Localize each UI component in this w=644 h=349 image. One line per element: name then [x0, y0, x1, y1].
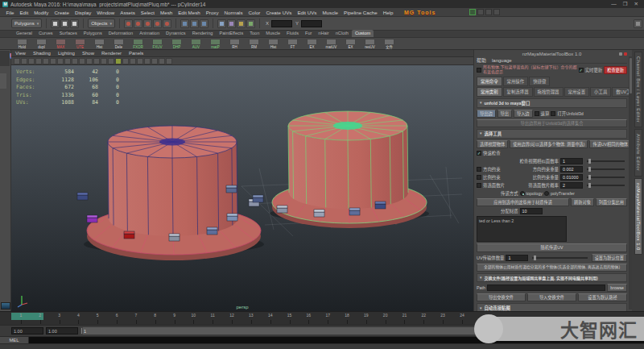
shelf-button[interactable]: AUV	[187, 38, 205, 49]
language-menu[interactable]: language	[492, 57, 512, 63]
grid-snap-icon[interactable]	[485, 9, 492, 15]
shelf-button[interactable]: DHP	[167, 38, 186, 49]
y-coord-input[interactable]	[301, 20, 322, 27]
shelf-button[interactable]: 文件	[380, 38, 398, 49]
shelf-tab[interactable]: Surfaces	[56, 30, 80, 37]
film-gate-icon[interactable]	[57, 58, 64, 64]
frame-tick[interactable]: 14	[261, 312, 280, 325]
tint-checkbox[interactable]	[477, 68, 481, 73]
panel-menu-item[interactable]: Panels	[129, 51, 143, 56]
panel-tab[interactable]: 常用命令	[477, 77, 502, 86]
face-filter-checkbox[interactable]	[477, 183, 481, 188]
menu-item[interactable]: Color	[246, 8, 263, 17]
shelf-tab[interactable]: Fluids	[283, 30, 302, 37]
panel-menu-item[interactable]: Shading	[33, 51, 51, 56]
shelf-tab[interactable]: Fur	[302, 30, 315, 37]
layout-persp-graph[interactable]	[5, 73, 6, 89]
shelf-tab[interactable]: nCloth	[332, 30, 352, 37]
default-position-button[interactable]: 设置为默认位置	[592, 254, 627, 262]
frame-tick[interactable]: 20	[376, 312, 395, 325]
shelf-button[interactable]: Hist	[90, 38, 109, 49]
view-grid-icon[interactable]	[50, 58, 56, 64]
panel-tab[interactable]: 常用操作	[503, 77, 529, 86]
shelf-button[interactable]: matUV	[322, 38, 341, 49]
section-exchange-file[interactable]: ▼ 交换文件(路径设置为局域网共享盘上面, 实现不同电脑共享利用)	[477, 273, 627, 282]
menu-item[interactable]: Pipeline Cache	[341, 8, 381, 17]
direction-weight-slider[interactable]	[587, 168, 625, 170]
multisample-icon[interactable]	[151, 58, 158, 64]
menu-item[interactable]: Assets	[118, 8, 138, 17]
live-update-checkbox[interactable]: ✓	[579, 68, 584, 73]
menu-item[interactable]: Edit	[17, 8, 31, 17]
panel-subtab[interactable]: 常用类别	[477, 87, 502, 97]
section-unfold[interactable]: ▼ unfold 3d to maya窗口	[477, 98, 627, 108]
menu-item[interactable]: File	[3, 8, 17, 17]
shelf-tab[interactable]: Muscle	[262, 30, 283, 37]
frame-tick[interactable]: 5	[88, 312, 107, 325]
menu-item[interactable]: Select	[138, 8, 157, 17]
direction-checkbox[interactable]	[477, 167, 481, 172]
new-scene-icon[interactable]	[51, 19, 60, 28]
shelf-tab[interactable]: nHair	[315, 30, 332, 37]
render-view-thumbnail[interactable]	[1, 302, 10, 310]
frame-tick[interactable]: 8	[146, 312, 165, 325]
check-update-button[interactable]: 检查更新	[604, 66, 627, 74]
lock-camera-icon[interactable]	[21, 58, 27, 64]
select-same-uv-button[interactable]: 传递UV相同的物体	[589, 140, 631, 148]
shelf-button[interactable]: matP	[206, 38, 225, 49]
close-button[interactable]: ✕	[634, 0, 638, 8]
sidebar-tab[interactable]: Attribute Editor	[634, 129, 642, 176]
random-transfer-uv-button[interactable]: 随机传递UV	[477, 243, 627, 251]
command-mode-button[interactable]: MEL	[0, 337, 29, 343]
frame-tick[interactable]: 4	[68, 312, 88, 325]
scale-checkbox[interactable]	[477, 175, 481, 180]
paint-effects-icon[interactable]	[246, 19, 255, 28]
panel-subtab[interactable]: 复制选择器	[503, 87, 533, 97]
frame-tick[interactable]: 19	[357, 312, 376, 325]
import-exchange-button[interactable]: 导入交换文件	[527, 293, 576, 301]
shelf-button[interactable]: resUV	[361, 38, 379, 49]
shelf-button[interactable]: FXUV	[148, 38, 167, 49]
assign-count-input[interactable]: 10	[520, 208, 543, 214]
uv-count-slider[interactable]	[532, 257, 587, 259]
shelf-button[interactable]: RH	[225, 38, 244, 49]
sidebar-toggle-icon[interactable]	[634, 19, 642, 28]
panel-close-icon[interactable]	[624, 52, 627, 56]
direction-weight-input[interactable]: 0.002	[560, 166, 583, 172]
playback-start-input[interactable]: 1.00	[46, 327, 78, 334]
bookmark-icon[interactable]	[35, 58, 42, 64]
frame-tick[interactable]: 16	[299, 312, 318, 325]
resolution-gate-icon[interactable]	[64, 58, 71, 64]
menu-item[interactable]: Normals	[221, 8, 246, 17]
shelf-button[interactable]: Dele	[109, 38, 128, 49]
panel-menu-item[interactable]: View	[15, 51, 26, 56]
frame-tick[interactable]: 23	[433, 312, 452, 325]
panel-subtab[interactable]: 小工具	[590, 87, 611, 97]
select-boundary-button[interactable]: 使用边界(可以选择多个物体; 测量中选)	[510, 140, 588, 148]
menu-item[interactable]: Edit UVs	[295, 8, 320, 17]
frame-tick[interactable]: 3	[50, 312, 69, 325]
menu-item[interactable]: Create UVs	[263, 8, 295, 17]
shared-material-transfer-button[interactable]: 全部的物体公用材质传递给分离的多个物体(先选全部的物体, 再选进去用的物体)	[477, 264, 627, 272]
frame-tick[interactable]: 24	[452, 312, 472, 325]
menu-item[interactable]: Mesh	[158, 8, 175, 17]
input-connections-icon[interactable]	[180, 19, 189, 28]
sidebar-tab[interactable]: nzMayaMaterialToolBox 1.0	[634, 178, 642, 256]
menu-item[interactable]: Window	[94, 8, 118, 17]
face-filter-slider[interactable]	[587, 185, 625, 186]
face-filter-input[interactable]: 2	[560, 182, 583, 189]
frame-tick[interactable]: 18	[337, 312, 357, 325]
highlight-selection-mode-icon[interactable]	[469, 9, 476, 15]
smooth-shade-icon[interactable]	[108, 58, 114, 64]
help-menu[interactable]: 帮助	[477, 57, 486, 63]
shelf-tab[interactable]: Rendering	[189, 30, 217, 37]
object-selection-icon[interactable]	[477, 9, 484, 15]
shelf-tab[interactable]: Animation	[136, 30, 163, 37]
uv-count-input[interactable]: 1	[506, 255, 528, 261]
frame-tick[interactable]: 13	[242, 312, 261, 325]
menu-item[interactable]: Help	[380, 8, 396, 17]
xray-icon[interactable]	[159, 58, 165, 64]
shelf-tab[interactable]: Toon	[246, 30, 262, 37]
frame-tick[interactable]: 2	[31, 312, 50, 325]
wireframe-icon[interactable]	[101, 58, 107, 64]
